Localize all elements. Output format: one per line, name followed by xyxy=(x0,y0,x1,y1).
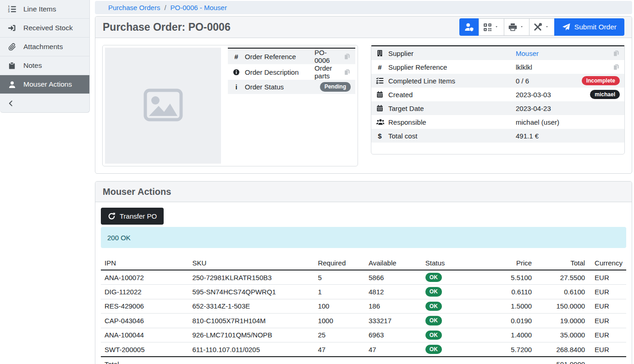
column-header-currency: Currency xyxy=(589,256,626,270)
status-ok-badge: OK xyxy=(425,331,442,340)
footer-empty-cell xyxy=(188,357,314,364)
status-alert: 200 OK xyxy=(101,227,626,248)
detail-value: Mouser xyxy=(516,50,609,57)
cell-price: 1.4000 xyxy=(478,328,535,342)
paperclip-icon xyxy=(6,43,17,51)
detail-label: Supplier xyxy=(388,50,516,57)
cell-total: 35.0000 xyxy=(535,328,589,342)
status-alert-text: 200 OK xyxy=(107,234,131,242)
header-button-group: Submit Order xyxy=(459,18,624,36)
cell-currency: EUR xyxy=(589,314,626,328)
cell-sku: 652-3314Z-1-503E xyxy=(188,299,314,313)
svg-text:3: 3 xyxy=(8,10,10,13)
breadcrumb-link-purchase-orders[interactable]: Purchase Orders xyxy=(108,4,160,11)
detail-label: Supplier Reference xyxy=(388,63,516,71)
detail-value-link[interactable]: Mouser xyxy=(516,50,539,57)
mouser-actions-title: Mouser Actions xyxy=(103,185,171,199)
image-placeholder-icon xyxy=(141,84,185,128)
sidebar-item-line-items[interactable]: 123Line Items xyxy=(0,0,89,19)
info-circle-icon xyxy=(228,69,245,76)
sidebar-item-attachments[interactable]: Attachments xyxy=(0,38,89,56)
supplier-detail-row-supplier-reference: #Supplier Referencelklklkl xyxy=(371,60,624,74)
cell-ipn: RES-429006 xyxy=(101,299,188,313)
order-detail-row-order-status: iOrder StatusPending xyxy=(228,80,355,94)
cell-status: OK xyxy=(422,285,478,299)
supplier-detail-row-responsible: Responsiblemichael (user) xyxy=(371,115,624,129)
detail-label: Order Description xyxy=(245,68,314,76)
footer-empty-cell xyxy=(314,357,365,364)
footer-empty-cell xyxy=(365,357,422,364)
mouser-actions-body: Transfer PO 200 OK IPNSKURequiredAvailab… xyxy=(95,202,632,364)
detail-label: Order Reference xyxy=(245,53,314,61)
table-footer-row: Total501.0000 xyxy=(101,357,626,364)
detail-label: Total cost xyxy=(388,132,516,140)
cell-required: 1000 xyxy=(314,314,365,328)
print-dropdown-button[interactable] xyxy=(504,18,529,36)
cell-ipn: SWT-200005 xyxy=(101,342,188,357)
caret-down-icon xyxy=(520,25,525,29)
copy-icon[interactable] xyxy=(613,64,620,71)
copy-icon[interactable] xyxy=(613,50,620,57)
sidebar-item-label: Attachments xyxy=(23,43,63,51)
cell-sku: 595-SN74HCS74QPWRQ1 xyxy=(188,285,314,299)
detail-value: michael (user) xyxy=(516,118,620,126)
copy-icon[interactable] xyxy=(344,53,351,60)
table-row: ANA-100044926-LMC7101QM5/NOPB256963OK1.4… xyxy=(101,328,626,342)
cell-available: 4812 xyxy=(365,285,422,299)
order-detail-row-order-reference: #Order ReferencePO-0006 xyxy=(228,49,355,64)
cell-total: 150.0000 xyxy=(535,299,589,313)
status-ok-badge: OK xyxy=(425,345,442,354)
sidebar-item-label: Notes xyxy=(23,61,42,70)
sidebar-item-mouser-actions[interactable]: Mouser Actions xyxy=(0,75,89,94)
footer-empty-cell xyxy=(422,357,478,364)
table-header-row: IPNSKURequiredAvailableStatusPriceTotalC… xyxy=(101,256,626,270)
detail-value: 2023-04-23 xyxy=(516,105,620,112)
admin-user-button[interactable] xyxy=(459,18,479,36)
cell-available: 6963 xyxy=(365,328,422,342)
redo-icon xyxy=(108,212,116,220)
breadcrumb-link-po-0006-mouser[interactable]: PO-0006 - Mouser xyxy=(171,4,227,11)
detail-label: Responsible xyxy=(388,118,516,126)
supplier-detail-row-completed-line-items: Completed Line Items0 / 6Incomplete xyxy=(371,74,624,88)
sidebar-collapse-button[interactable] xyxy=(0,94,89,112)
tasks-icon xyxy=(371,77,388,84)
barcode-dropdown-button[interactable] xyxy=(479,18,504,36)
users-icon xyxy=(371,118,388,126)
copy-icon[interactable] xyxy=(344,69,351,76)
cell-required: 5 xyxy=(314,270,365,285)
sign-in-icon xyxy=(6,24,17,32)
cell-status: OK xyxy=(422,342,478,357)
sidebar-item-label: Mouser Actions xyxy=(23,80,72,88)
list-ol-icon: 123 xyxy=(6,5,17,13)
status-ok-badge: OK xyxy=(425,302,442,311)
detail-value: lklklkl xyxy=(516,63,609,71)
mouser-actions-heading: Mouser Actions xyxy=(95,182,632,202)
cell-ipn: DIG-112022 xyxy=(101,285,188,299)
cell-total: 19.0000 xyxy=(535,314,589,328)
column-header-required: Required xyxy=(314,256,365,270)
cell-ipn: CAP-043046 xyxy=(101,314,188,328)
printer-icon xyxy=(508,23,517,31)
submit-order-button[interactable]: Submit Order xyxy=(554,18,624,36)
cell-currency: EUR xyxy=(589,270,626,285)
column-header-price: Price xyxy=(478,256,535,270)
table-row: RES-429006652-3314Z-1-503E100186OK1.5000… xyxy=(101,299,626,313)
sidebar-item-received-stock[interactable]: Received Stock xyxy=(0,19,89,38)
transfer-po-button[interactable]: Transfer PO xyxy=(101,208,164,225)
column-header-available: Available xyxy=(365,256,422,270)
clipboard-icon xyxy=(6,62,17,69)
caret-down-icon xyxy=(495,25,500,29)
building-icon xyxy=(371,50,388,57)
qrcode-icon xyxy=(483,23,492,32)
cell-required: 100 xyxy=(314,299,365,313)
sidebar-item-label: Received Stock xyxy=(23,24,73,32)
cell-price: 5.7200 xyxy=(478,342,535,357)
supplier-detail-row-total-cost: $Total cost491.1 € xyxy=(371,129,624,143)
transfer-po-label: Transfer PO xyxy=(120,212,157,220)
cell-currency: EUR xyxy=(589,328,626,342)
footer-empty-cell xyxy=(589,357,626,364)
sidebar-item-notes[interactable]: Notes xyxy=(0,56,89,75)
order-actions-dropdown-button[interactable] xyxy=(529,18,555,36)
table-row: DIG-112022595-SN74HCS74QPWRQ114812OK0.61… xyxy=(101,285,626,299)
supplier-detail-row-target-date: Target Date2023-04-23 xyxy=(371,101,624,115)
